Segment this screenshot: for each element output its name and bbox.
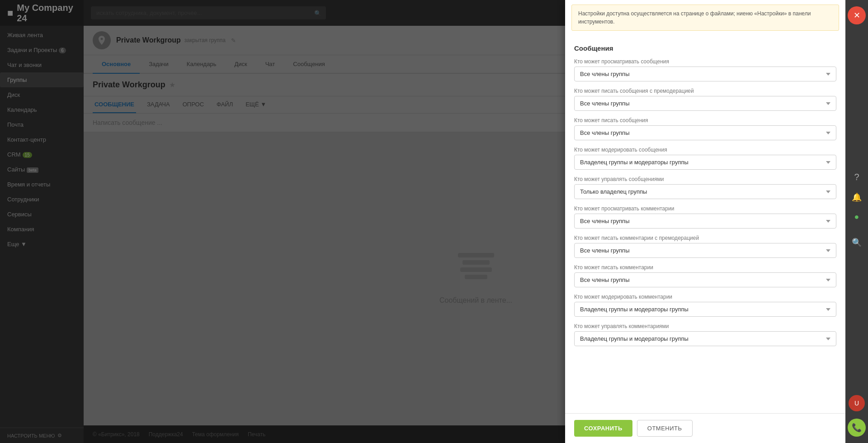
- phone-button[interactable]: 📞: [848, 419, 866, 437]
- warning-text: Настройки доступна осуществляется на стр…: [578, 10, 811, 25]
- field-manage-comments: Кто может управлять комментариями Все чл…: [574, 323, 836, 346]
- field-view-comments-select[interactable]: Все члены группы Только владелец группы …: [574, 214, 836, 229]
- field-view-messages-label: Кто может просматривать сообщения: [574, 58, 836, 65]
- settings-panel: Настройки доступна осуществляется на стр…: [565, 0, 845, 443]
- user-avatar[interactable]: U: [849, 395, 865, 411]
- warning-banner: Настройки доступна осуществляется на стр…: [571, 5, 839, 31]
- field-write-premod-messages-select[interactable]: Все члены группы Только владелец группы …: [574, 96, 836, 111]
- panel-footer: СОХРАНИТЬ ОТМЕНИТЬ: [565, 413, 845, 443]
- field-write-messages: Кто может писать сообщения Все члены гру…: [574, 117, 836, 140]
- field-write-premod-messages: Кто может писать сообщения с премодераци…: [574, 88, 836, 111]
- right-icons-panel: ✕ ? 🔔 ● 🔍 U 📞: [845, 0, 868, 443]
- search-icon-button[interactable]: 🔍: [848, 233, 866, 252]
- close-button[interactable]: ✕: [848, 6, 866, 24]
- field-write-premod-comments-label: Кто может писать комментарии с премодера…: [574, 235, 836, 241]
- field-write-premod-messages-label: Кто может писать сообщения с премодераци…: [574, 88, 836, 94]
- field-write-comments-select[interactable]: Все члены группы Только владелец группы …: [574, 272, 836, 287]
- field-view-messages: Кто может просматривать сообщения Все чл…: [574, 58, 836, 81]
- field-view-comments-label: Кто может просматривать комментарии: [574, 205, 836, 212]
- field-view-comments: Кто может просматривать комментарии Все …: [574, 205, 836, 229]
- field-write-comments-label: Кто может писать комментарии: [574, 264, 836, 271]
- field-moderate-messages: Кто может модерировать сообщения Все чле…: [574, 147, 836, 170]
- field-write-messages-select[interactable]: Все члены группы Только владелец группы …: [574, 125, 836, 140]
- field-write-premod-comments-select[interactable]: Все члены группы Только владелец группы …: [574, 243, 836, 258]
- field-manage-messages-label: Кто может управлять сообщениями: [574, 176, 836, 182]
- field-write-messages-label: Кто может писать сообщения: [574, 117, 836, 124]
- field-manage-messages-select[interactable]: Все члены группы Только владелец группы …: [574, 184, 836, 199]
- field-write-premod-comments: Кто может писать комментарии с премодера…: [574, 235, 836, 258]
- field-moderate-comments-select[interactable]: Все члены группы Только владелец группы …: [574, 302, 836, 317]
- field-moderate-messages-select[interactable]: Все члены группы Только владелец группы …: [574, 155, 836, 170]
- field-moderate-comments: Кто может модерировать комментарии Все ч…: [574, 294, 836, 317]
- help-icon-button[interactable]: ?: [848, 168, 866, 186]
- chat-bubble-button[interactable]: ●: [848, 208, 866, 226]
- field-moderate-messages-label: Кто может модерировать сообщения: [574, 147, 836, 153]
- field-view-messages-select[interactable]: Все члены группы Только владелец группы …: [574, 67, 836, 81]
- notification-bell-button[interactable]: 🔔: [848, 188, 866, 206]
- field-manage-messages: Кто может управлять сообщениями Все член…: [574, 176, 836, 199]
- cancel-button[interactable]: ОТМЕНИТЬ: [637, 420, 693, 437]
- save-button[interactable]: СОХРАНИТЬ: [574, 420, 632, 437]
- field-manage-comments-label: Кто может управлять комментариями: [574, 323, 836, 329]
- settings-fields: Сообщения Кто может просматривать сообще…: [565, 35, 845, 413]
- field-moderate-comments-label: Кто может модерировать комментарии: [574, 294, 836, 300]
- field-manage-comments-select[interactable]: Все члены группы Только владелец группы …: [574, 331, 836, 346]
- field-write-comments: Кто может писать комментарии Все члены г…: [574, 264, 836, 287]
- section-title: Сообщения: [574, 44, 836, 52]
